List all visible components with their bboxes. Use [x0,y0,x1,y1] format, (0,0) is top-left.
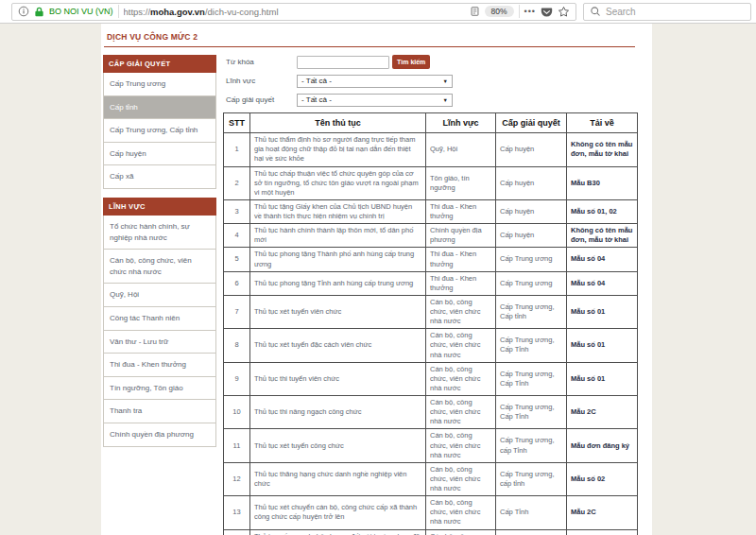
download-link[interactable]: Mẫu 2C [567,529,638,535]
cell-cap-giai-quyet: Cấp huyện [496,133,567,166]
cell-ten-thu-tuc: Thủ tục xét chuyển cán bộ, công chức cấp… [250,496,426,529]
pocket-icon[interactable] [541,6,553,18]
sidebar-item[interactable]: Thanh tra [103,400,216,423]
download-link[interactable]: Mẫu đơn đăng ký [567,429,638,462]
cell-linh-vuc: Cán bộ, công chức, viên chức nhà nước [426,429,496,462]
cell-cap-giai-quyet: Cấp Trung ương, Cấp Tỉnh [496,329,567,362]
sidebar-section: CẤP GIẢI QUYẾTCấp Trung ươngCấp tỉnhCấp … [103,55,216,189]
browser-window: BO NOI VU (VN) https://moha.gov.vn/dich-… [0,0,756,535]
cell-cap-giai-quyet: Cấp huyện [496,224,567,248]
sidebar-section-title: LĨNH VỰC [103,198,216,216]
download-link[interactable]: Không có tên mẫu đơn, mẫu tờ khai [567,224,638,248]
cell-cap-giai-quyet: Cấp huyện [496,199,567,223]
cell-cap-giai-quyet: Cấp huyện [496,166,567,199]
column-header: STT [224,113,250,133]
download-link[interactable]: Mẫu số 02 [567,462,638,495]
cell-linh-vuc: Cán bộ, công chức, viên chức nhà nước [426,362,496,395]
procedures-table: STTTên thủ tụcLĩnh vựcCấp giải quyếtTải … [223,112,638,535]
lock-icon[interactable] [34,7,44,17]
cell-stt: 8 [224,329,250,362]
page-title: DỊCH VỤ CÔNG MỨC 2 [104,24,635,47]
cell-ten-thu-tuc: Thủ tục thẩm định hồ sơ người đang trực … [250,133,426,166]
cell-cap-giai-quyet: Cấp Trung ương, Cấp Tỉnh [496,362,567,395]
keyword-input[interactable] [297,56,389,69]
cell-ten-thu-tuc: Thủ tục hành chính thành lập thôn mới, t… [250,224,426,248]
download-link[interactable]: Mẫu 2C [567,496,638,529]
sidebar-item[interactable]: Cấp xã [103,165,216,189]
cell-stt: 9 [224,362,250,395]
cell-stt: 14 [224,529,250,535]
cell-cap-giai-quyet: Cấp Trung ương, Cấp tỉnh [496,295,567,328]
cell-linh-vuc: Cán bộ, công chức, viên chức nhà nước [426,462,496,495]
reader-mode-icon[interactable] [470,6,480,17]
cell-ten-thu-tuc: Thủ tục phong tặng Thành phố anh hùng cấ… [250,248,426,271]
browser-search-input[interactable] [606,7,745,17]
sidebar-item[interactable]: Quỹ, Hội [103,284,216,307]
download-link[interactable]: Mẫu số 01, 02 [567,199,638,223]
cell-stt: 3 [224,199,250,223]
cell-cap-giai-quyet: Cấp Trung ương, cấp tỉnh [496,529,567,535]
download-link[interactable]: Mẫu số 01 [567,329,638,362]
sidebar-item[interactable]: Cấp Trung ương, Cấp tỉnh [103,119,216,143]
cell-ten-thu-tuc: Thủ tục xếp ngạch, bậc lương đối với trư… [250,529,426,535]
cell-linh-vuc: Tôn giáo, tín ngưỡng [426,166,496,199]
cell-ten-thu-tuc: Thủ tục chấp thuận việc tổ chức quyên gó… [250,166,426,199]
cell-stt: 5 [224,248,250,271]
sidebar-item[interactable]: Công tác Thanh niên [103,307,216,331]
download-link[interactable]: Mẫu số 04 [567,248,638,271]
cell-stt: 13 [224,496,250,529]
sidebar-item[interactable]: Tổ chức hành chính, sự nghiệp nhà nước [103,216,216,250]
table-row: 13Thủ tục xét chuyển cán bộ, công chức c… [224,496,638,529]
download-link[interactable]: Mẫu số 04 [567,271,638,295]
sidebar-item[interactable]: Văn thư - Lưu trữ [103,331,216,354]
browser-search-box[interactable] [583,3,751,21]
sidebar-item[interactable]: Tín ngưỡng, Tôn giáo [103,377,216,401]
sidebar-item[interactable]: Cán bộ, công chức, viên chức nhà nước [103,250,216,284]
search-button[interactable]: Tìm kiếm [392,55,430,69]
cell-linh-vuc: Cán bộ, công chức, viên chức nhà nước [426,329,496,362]
download-link[interactable]: Không có tên mẫu đơn, mẫu tờ khai [567,133,638,166]
cell-stt: 2 [224,166,250,199]
column-header: Cấp giải quyết [496,113,567,133]
cell-stt: 10 [224,396,250,429]
chevron-down-icon: ▼ [443,97,448,103]
cell-linh-vuc: Cán bộ, công chức, viên chức nhà nước [426,295,496,328]
cell-ten-thu-tuc: Thủ tục tặng Giấy khen của Chủ tịch UBND… [250,199,426,223]
cap-giai-quyet-label: Cấp giải quyết [223,95,297,104]
sidebar-item[interactable]: Cấp tỉnh [103,96,216,120]
sidebar-item[interactable]: Thi đua - Khen thưởng [103,354,216,377]
cell-stt: 1 [224,133,250,166]
url-text[interactable]: https://moha.gov.vn/dich-vu-cong.html [124,7,465,17]
cell-cap-giai-quyet: Cấp Trung ương, cấp tỉnh [496,462,567,495]
cell-linh-vuc: Thi đua - Khen thưởng [426,271,496,295]
table-row: 12Thủ tục thăng hạng chức danh nghề nghi… [224,462,638,495]
download-link[interactable]: Mẫu số 01 [567,295,638,328]
cell-linh-vuc: Cán bộ, công chức, viên chức nhà nước [426,529,496,535]
bookmark-star-icon[interactable] [558,6,570,18]
zoom-level-badge[interactable]: 80% [485,6,514,17]
page-info-icon[interactable] [18,6,29,17]
download-link[interactable]: Mẫu số 01 [567,362,638,395]
url-bar[interactable]: BO NOI VU (VN) https://moha.gov.vn/dich-… [11,3,576,21]
cell-ten-thu-tuc: Thủ tục thi tuyển viên chức [250,362,426,395]
divider [519,5,520,18]
sidebar-section: LĨNH VỰCTổ chức hành chính, sự nghiệp nh… [103,198,216,447]
cell-stt: 11 [224,429,250,462]
linh-vuc-select[interactable]: - Tất cả - ▼ [297,75,453,88]
cell-cap-giai-quyet: Cấp Trung ương, cấp Tỉnh [496,429,567,462]
sidebar-item[interactable]: Chính quyền địa phương [103,423,216,447]
table-row: 8Thủ tục xét tuyển đặc cách viên chứcCán… [224,329,638,362]
sidebar-item[interactable]: Cấp Trung ương [103,73,216,96]
download-link[interactable]: Mẫu B30 [567,166,638,199]
cell-ten-thu-tuc: Thủ tục xét tuyển viên chức [250,295,426,328]
page-actions-icon[interactable]: ••• [524,7,536,16]
cell-stt: 7 [224,295,250,328]
site-identity-label[interactable]: BO NOI VU (VN) [49,7,113,16]
download-link[interactable]: Mẫu 2C [567,396,638,429]
cap-giai-quyet-select[interactable]: - Tất cả - ▼ [297,94,453,107]
column-header: Tải về [567,113,638,133]
page-content: DỊCH VỤ CÔNG MỨC 2 CẤP GIẢI QUYẾTCấp Tru… [101,24,652,535]
table-row: 10Thủ tục thi nâng ngạch công chứcCán bộ… [224,396,638,429]
column-header: Tên thủ tục [250,113,426,133]
sidebar-item[interactable]: Cấp huyện [103,143,216,166]
